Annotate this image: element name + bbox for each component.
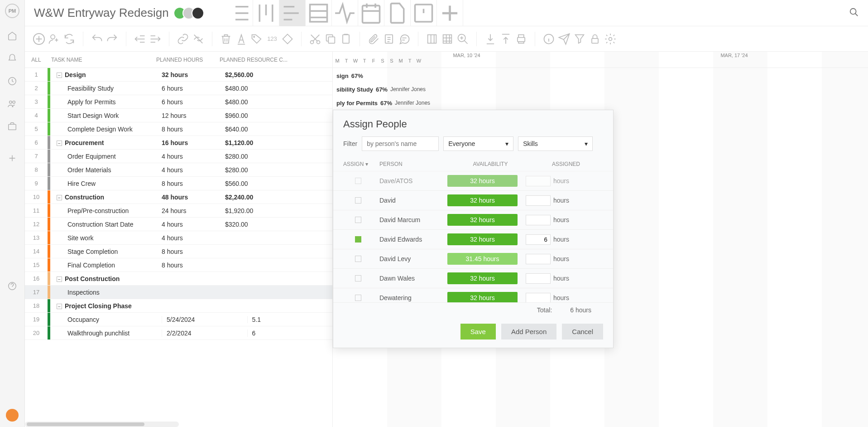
task-row[interactable]: 18 −Project Closing Phase [25,299,332,313]
task-row[interactable]: 5 Complete Design Work 8 hours $640.00 [25,122,332,136]
add-person-button[interactable]: Add Person [501,324,556,340]
col-cost[interactable]: PLANNED RESOURCE C... [220,57,332,63]
task-row[interactable]: 3 Apply for Permits 6 hours $480.00 [25,95,332,109]
col-assigned[interactable]: ASSIGNED [529,161,603,167]
info-icon[interactable] [542,33,555,45]
hours-input[interactable] [526,195,551,206]
grid-icon[interactable] [441,33,454,45]
task-row[interactable]: 6 −Procurement 16 hours $1,120.00 [25,136,332,150]
hours-input[interactable] [526,234,551,245]
collapse-icon[interactable]: − [57,141,62,146]
user-avatar[interactable] [6,409,19,422]
tag-icon[interactable] [250,33,263,45]
refresh-icon[interactable] [63,33,76,45]
search-icon[interactable] [849,7,859,19]
milestone-icon[interactable] [281,33,294,45]
briefcase-icon[interactable] [7,121,17,131]
view-file-icon[interactable] [384,0,411,26]
task-row[interactable]: 8 Order Materials 4 hours $280.00 [25,163,332,177]
task-row[interactable]: 15 Final Completion 8 hours [25,258,332,272]
task-grid[interactable]: ALL TASK NAME PLANNED HOURS PLANNED RESO… [25,52,333,427]
view-activity-icon[interactable] [332,0,358,26]
assign-checkbox[interactable] [355,217,361,223]
filter-input[interactable] [362,136,439,151]
task-row[interactable]: 7 Order Equipment 4 hours $280.00 [25,150,332,163]
task-row[interactable]: 20 Walkthrough punchlist 2/2/20246 [25,326,332,340]
task-row[interactable]: 2 Feasibility Study 6 hours $480.00 [25,82,332,95]
col-assign[interactable]: ASSIGN ▾ [343,161,379,167]
settings-icon[interactable] [604,33,617,45]
add-icon[interactable] [7,153,17,163]
task-row[interactable]: 11 Prep/Pre-construction 24 hours $1,920… [25,204,332,218]
help-icon[interactable] [7,281,17,291]
columns-icon[interactable] [426,33,438,45]
collapse-icon[interactable]: − [57,304,62,309]
cut-icon[interactable] [309,33,321,45]
attachment-icon[interactable] [367,33,380,45]
bell-icon[interactable] [7,53,17,63]
filter-skills-dropdown[interactable]: Skills▾ [518,136,593,151]
print-icon[interactable] [515,33,528,45]
delete-icon[interactable] [220,33,232,45]
task-row[interactable]: 10 −Construction 48 hours $2,240.00 [25,190,332,204]
project-members[interactable] [177,7,204,19]
hours-input[interactable] [526,215,551,225]
import-icon[interactable] [484,33,497,45]
assign-checkbox[interactable] [355,275,361,281]
hours-input[interactable] [526,176,551,186]
col-availability[interactable]: AVAILABILITY [452,161,529,167]
task-row[interactable]: 16 −Post Construction [25,272,332,286]
col-all[interactable]: ALL [25,57,48,63]
add-task-button[interactable] [33,33,45,45]
task-row[interactable]: 1 −Design 32 hours $2,560.00 [25,68,332,82]
task-row[interactable]: 19 Occupancy 5/24/20245.1 [25,313,332,326]
view-board-icon[interactable] [253,0,279,26]
zoom-icon[interactable] [456,33,469,45]
unlink-icon[interactable] [192,33,205,45]
number-icon[interactable]: 123 [266,33,278,45]
view-gantt-icon[interactable] [279,0,306,26]
assign-icon[interactable] [48,33,60,45]
filter-everyone-dropdown[interactable]: Everyone▾ [443,136,513,151]
link-icon[interactable] [177,33,189,45]
col-person[interactable]: PERSON [379,161,452,167]
send-icon[interactable] [558,33,571,45]
assign-checkbox[interactable] [355,178,361,184]
people-icon[interactable] [7,99,17,109]
task-row[interactable]: 14 Stage Completion 8 hours [25,245,332,258]
col-task[interactable]: TASK NAME [48,57,156,63]
cancel-button[interactable]: Cancel [562,324,603,340]
horizontal-scrollbar[interactable] [25,422,179,427]
lock-icon[interactable] [589,33,601,45]
hours-input[interactable] [526,254,551,264]
collapse-icon[interactable]: − [57,195,62,200]
outdent-icon[interactable] [134,33,146,45]
task-row[interactable]: 17 Inspections [25,286,332,299]
home-icon[interactable] [7,31,17,41]
hours-input[interactable] [526,293,551,303]
comment-icon[interactable] [398,33,411,45]
redo-icon[interactable] [106,33,119,45]
view-risk-icon[interactable] [411,0,437,26]
copy-icon[interactable] [324,33,337,45]
col-hours[interactable]: PLANNED HOURS [156,57,220,63]
view-sheet-icon[interactable] [306,0,332,26]
indent-icon[interactable] [149,33,162,45]
collapse-icon[interactable]: − [57,73,62,78]
task-row[interactable]: 13 Site work 4 hours [25,231,332,245]
clock-icon[interactable] [7,76,17,86]
assign-checkbox[interactable] [355,197,361,204]
gantt-row[interactable]: sign67% [333,69,868,82]
assign-checkbox[interactable] [355,236,361,243]
gantt-row[interactable]: sibility Study67%Jennifer Jones [333,82,868,96]
view-list-icon[interactable] [227,0,253,26]
paste-icon[interactable] [340,33,352,45]
save-button[interactable]: Save [460,324,496,340]
app-logo[interactable]: PM [5,4,19,18]
hours-input[interactable] [526,273,551,284]
assign-checkbox[interactable] [355,295,361,301]
text-color-icon[interactable] [235,33,248,45]
view-calendar-icon[interactable] [358,0,384,26]
gantt-row[interactable]: ply for Permits67%Jennifer Jones [333,96,868,110]
filter-icon[interactable] [573,33,586,45]
